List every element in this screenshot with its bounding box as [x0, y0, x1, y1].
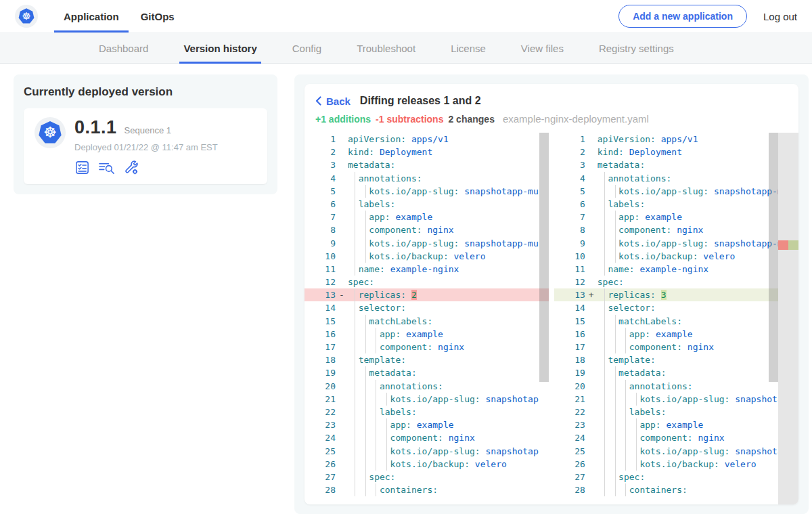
code-line: 12spec:	[304, 276, 549, 288]
line-number: 26	[304, 458, 336, 471]
indent-guide	[604, 431, 605, 444]
line-number: 22	[304, 406, 336, 418]
line-number: 27	[304, 471, 336, 483]
indent-guide	[355, 483, 355, 496]
code-line: 16 app: example	[554, 328, 778, 341]
line-number: 27	[554, 471, 585, 483]
indent-guide	[355, 185, 355, 198]
subnav-tab-config[interactable]: Config	[275, 33, 339, 63]
code-text: spec:	[597, 276, 778, 288]
indent-guide	[365, 211, 366, 223]
code-line: 5 kots.io/app-slug: snapshotapp-mu	[304, 185, 549, 198]
diff-line-marker	[336, 366, 348, 379]
indent-guide	[355, 445, 355, 458]
line-number: 21	[554, 393, 585, 406]
subnav-tab-dashboard[interactable]: Dashboard	[81, 33, 166, 63]
line-number: 2	[304, 146, 336, 158]
code-text: spec:	[597, 471, 778, 483]
diff-line-marker	[336, 353, 348, 366]
subnav-tab-view-files[interactable]: View files	[503, 33, 581, 63]
diff-line-marker	[336, 341, 348, 353]
line-number: 14	[554, 301, 585, 314]
indent-guide	[604, 458, 605, 471]
diff-line-marker	[336, 223, 348, 236]
tab-application[interactable]: Application	[53, 0, 130, 32]
indent-guide	[615, 458, 616, 471]
logs-magnifier-icon	[98, 160, 115, 175]
diff-container: Back Diffing releases 1 and 2 +1 additio…	[294, 74, 809, 514]
indent-guide	[615, 380, 616, 393]
view-logs-button[interactable]	[98, 160, 115, 175]
code-line: 25 kots.io/app-slug: snapshotap	[304, 445, 549, 458]
app-logo: ☸	[15, 5, 38, 28]
subnav-tab-license[interactable]: License	[433, 33, 503, 63]
code-line: 3metadata:	[304, 158, 549, 171]
line-number: 10	[554, 250, 585, 263]
code-text: apiVersion: apps/v1	[348, 133, 549, 146]
line-number: 18	[554, 353, 585, 366]
code-text: metadata:	[597, 366, 778, 379]
diff-line-marker	[336, 263, 348, 276]
version-action-icons	[74, 159, 218, 175]
diff-pane-modified: 1apiVersion: apps/v12kind: Deployment3me…	[554, 133, 798, 504]
subnav-tab-version-history[interactable]: Version history	[166, 33, 274, 63]
code-line: 28 containers:	[304, 483, 549, 496]
code-text: app: example	[597, 211, 778, 223]
code-line: 9 kots.io/app-slug: snapshotapp-mu	[554, 237, 778, 250]
subnav-tab-troubleshoot[interactable]: Troubleshoot	[339, 33, 433, 63]
scrollbar-thumb[interactable]	[539, 133, 549, 382]
code-text: name: example-nginx	[597, 263, 778, 276]
indent-guide	[355, 301, 355, 314]
line-number: 2	[554, 146, 585, 158]
indent-guide	[376, 483, 376, 496]
code-text: spec:	[348, 276, 549, 288]
code-line: 18 template:	[304, 353, 549, 366]
indent-guide	[625, 445, 626, 458]
indent-guide	[615, 315, 616, 328]
currently-deployed-card: Currently deployed version ☸ 0.1.1 Seque…	[14, 74, 277, 194]
code-line: 4 annotations:	[554, 172, 778, 185]
code-line: 27 spec:	[304, 471, 549, 483]
scrollbar-thumb[interactable]	[769, 133, 778, 382]
code-text: containers:	[348, 483, 549, 496]
code-rows: 1apiVersion: apps/v12kind: Deployment3me…	[304, 133, 549, 496]
indent-guide	[376, 431, 376, 444]
code-text: matchLabels:	[348, 315, 549, 328]
edit-config-button[interactable]	[123, 159, 139, 175]
subnav-tab-registry-settings[interactable]: Registry settings	[581, 33, 692, 63]
indent-guide	[636, 431, 637, 444]
release-notes-button[interactable]	[74, 160, 90, 175]
char-diff-highlight: 2	[411, 290, 417, 300]
diff-line-marker	[585, 172, 597, 185]
topnav-actions: Add a new application Log out	[618, 5, 797, 28]
code-text: kots.io/app-slug: snapshotap	[597, 445, 778, 458]
add-application-button[interactable]: Add a new application	[618, 5, 747, 28]
logout-link[interactable]: Log out	[763, 11, 797, 22]
line-number: 5	[554, 185, 585, 198]
line-number: 8	[304, 223, 336, 236]
diff-filename: example-nginx-deployment.yaml	[503, 113, 649, 125]
diff-line-marker	[585, 341, 597, 353]
indent-guide	[355, 172, 355, 185]
indent-guide	[355, 263, 355, 276]
code-text: app: example	[348, 211, 549, 223]
indent-guide	[625, 341, 626, 353]
code-line: 28 containers:	[554, 483, 778, 496]
indent-guide	[365, 250, 366, 263]
diff-line-marker	[585, 315, 597, 328]
diff-line-marker	[585, 158, 597, 171]
code-text: metadata:	[597, 158, 778, 171]
indent-guide	[625, 431, 626, 444]
tab-gitops[interactable]: GitOps	[130, 0, 185, 32]
indent-guide	[604, 211, 605, 223]
back-button[interactable]: Back	[315, 95, 351, 107]
code-line: 6 labels:	[304, 198, 549, 211]
code-text: kots.io/app-slug: snapshotap	[348, 393, 549, 406]
indent-guide	[365, 341, 366, 353]
diff-line-marker	[585, 380, 597, 393]
indent-guide	[604, 263, 605, 276]
code-line: 16 app: example	[304, 328, 549, 341]
code-text: app: example	[597, 418, 778, 431]
code-text: annotations:	[348, 380, 549, 393]
indent-guide	[355, 315, 355, 328]
